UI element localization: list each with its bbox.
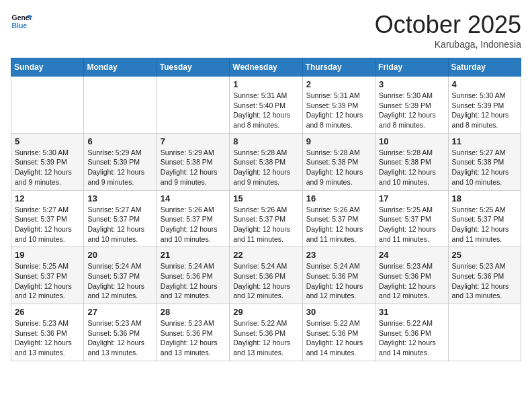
calendar-week-row: 5Sunrise: 5:30 AM Sunset: 5:39 PM Daylig… [11,133,521,190]
calendar-cell: 17Sunrise: 5:25 AM Sunset: 5:37 PM Dayli… [375,190,448,247]
day-info: Sunrise: 5:29 AM Sunset: 5:38 PM Dayligh… [161,148,226,187]
calendar-cell: 30Sunrise: 5:22 AM Sunset: 5:36 PM Dayli… [302,304,375,361]
day-info: Sunrise: 5:24 AM Sunset: 5:37 PM Dayligh… [87,261,152,301]
calendar-cell: 13Sunrise: 5:27 AM Sunset: 5:37 PM Dayli… [84,190,157,247]
logo: General Blue [11,11,32,32]
calendar-cell: 5Sunrise: 5:30 AM Sunset: 5:39 PM Daylig… [11,133,84,190]
day-info: Sunrise: 5:23 AM Sunset: 5:36 PM Dayligh… [379,261,444,301]
calendar-cell: 2Sunrise: 5:31 AM Sunset: 5:39 PM Daylig… [302,77,375,134]
day-number: 21 [161,250,226,260]
weekday-header: Thursday [302,58,375,77]
calendar-cell [157,77,229,134]
calendar-cell: 22Sunrise: 5:24 AM Sunset: 5:36 PM Dayli… [230,247,302,304]
day-info: Sunrise: 5:30 AM Sunset: 5:39 PM Dayligh… [379,91,444,130]
day-number: 24 [379,250,444,260]
calendar-cell: 21Sunrise: 5:24 AM Sunset: 5:36 PM Dayli… [157,247,229,304]
day-number: 17 [379,193,444,203]
day-info: Sunrise: 5:28 AM Sunset: 5:38 PM Dayligh… [233,148,298,187]
calendar-cell: 23Sunrise: 5:24 AM Sunset: 5:36 PM Dayli… [302,247,375,304]
day-info: Sunrise: 5:30 AM Sunset: 5:39 PM Dayligh… [15,148,80,187]
day-info: Sunrise: 5:25 AM Sunset: 5:37 PM Dayligh… [452,205,517,244]
day-number: 6 [87,136,152,146]
page-header: General Blue October 2025 Karubaga, Indo… [11,11,521,50]
day-number: 4 [452,79,517,89]
day-number: 31 [379,307,444,317]
day-number: 15 [233,193,298,203]
logo-icon: General Blue [11,11,32,32]
day-number: 9 [306,136,371,146]
day-number: 29 [233,307,298,317]
day-info: Sunrise: 5:28 AM Sunset: 5:38 PM Dayligh… [379,148,444,187]
day-number: 1 [233,79,298,89]
calendar-table: SundayMondayTuesdayWednesdayThursdayFrid… [11,58,521,361]
calendar-cell: 3Sunrise: 5:30 AM Sunset: 5:39 PM Daylig… [375,77,448,134]
day-info: Sunrise: 5:30 AM Sunset: 5:39 PM Dayligh… [452,91,517,130]
day-number: 23 [306,250,371,260]
day-number: 2 [306,79,371,89]
calendar-cell: 20Sunrise: 5:24 AM Sunset: 5:37 PM Dayli… [84,247,157,304]
title-block: October 2025 Karubaga, Indonesia [375,11,521,50]
calendar-cell: 14Sunrise: 5:26 AM Sunset: 5:37 PM Dayli… [157,190,229,247]
calendar-cell: 16Sunrise: 5:26 AM Sunset: 5:37 PM Dayli… [302,190,375,247]
weekday-header: Tuesday [157,58,229,77]
day-number: 19 [15,250,80,260]
day-info: Sunrise: 5:22 AM Sunset: 5:36 PM Dayligh… [233,318,298,358]
day-number: 10 [379,136,444,146]
calendar-cell: 8Sunrise: 5:28 AM Sunset: 5:38 PM Daylig… [230,133,302,190]
day-number: 25 [452,250,517,260]
day-info: Sunrise: 5:23 AM Sunset: 5:36 PM Dayligh… [15,318,80,358]
day-number: 3 [379,79,444,89]
day-info: Sunrise: 5:22 AM Sunset: 5:36 PM Dayligh… [306,318,371,358]
day-info: Sunrise: 5:27 AM Sunset: 5:38 PM Dayligh… [452,148,517,187]
day-info: Sunrise: 5:27 AM Sunset: 5:37 PM Dayligh… [87,205,152,244]
weekday-header: Saturday [448,58,521,77]
day-number: 7 [161,136,226,146]
calendar-cell: 6Sunrise: 5:29 AM Sunset: 5:39 PM Daylig… [84,133,157,190]
day-number: 13 [87,193,152,203]
day-info: Sunrise: 5:24 AM Sunset: 5:36 PM Dayligh… [306,261,371,301]
day-number: 18 [452,193,517,203]
day-number: 26 [15,307,80,317]
calendar-cell: 24Sunrise: 5:23 AM Sunset: 5:36 PM Dayli… [375,247,448,304]
day-info: Sunrise: 5:29 AM Sunset: 5:39 PM Dayligh… [87,148,152,187]
day-info: Sunrise: 5:22 AM Sunset: 5:36 PM Dayligh… [379,318,444,358]
day-number: 12 [15,193,80,203]
calendar-cell: 12Sunrise: 5:27 AM Sunset: 5:37 PM Dayli… [11,190,84,247]
calendar-cell: 19Sunrise: 5:25 AM Sunset: 5:37 PM Dayli… [11,247,84,304]
day-info: Sunrise: 5:23 AM Sunset: 5:36 PM Dayligh… [87,318,152,358]
calendar-cell: 29Sunrise: 5:22 AM Sunset: 5:36 PM Dayli… [230,304,302,361]
calendar-cell: 10Sunrise: 5:28 AM Sunset: 5:38 PM Dayli… [375,133,448,190]
day-number: 28 [161,307,226,317]
calendar-week-row: 1Sunrise: 5:31 AM Sunset: 5:40 PM Daylig… [11,77,521,134]
calendar-cell [84,77,157,134]
day-number: 14 [161,193,226,203]
calendar-cell [11,77,84,134]
day-info: Sunrise: 5:26 AM Sunset: 5:37 PM Dayligh… [306,205,371,244]
day-info: Sunrise: 5:23 AM Sunset: 5:36 PM Dayligh… [161,318,226,358]
weekday-header: Friday [375,58,448,77]
calendar-week-row: 19Sunrise: 5:25 AM Sunset: 5:37 PM Dayli… [11,247,521,304]
day-number: 16 [306,193,371,203]
day-info: Sunrise: 5:26 AM Sunset: 5:37 PM Dayligh… [233,205,298,244]
calendar-week-row: 12Sunrise: 5:27 AM Sunset: 5:37 PM Dayli… [11,190,521,247]
calendar-cell: 28Sunrise: 5:23 AM Sunset: 5:36 PM Dayli… [157,304,229,361]
day-info: Sunrise: 5:23 AM Sunset: 5:36 PM Dayligh… [452,261,517,301]
day-info: Sunrise: 5:28 AM Sunset: 5:38 PM Dayligh… [306,148,371,187]
weekday-header: Monday [84,58,157,77]
calendar-cell: 11Sunrise: 5:27 AM Sunset: 5:38 PM Dayli… [448,133,521,190]
day-number: 5 [15,136,80,146]
calendar-cell: 31Sunrise: 5:22 AM Sunset: 5:36 PM Dayli… [375,304,448,361]
day-info: Sunrise: 5:24 AM Sunset: 5:36 PM Dayligh… [161,261,226,301]
calendar-cell: 27Sunrise: 5:23 AM Sunset: 5:36 PM Dayli… [84,304,157,361]
day-info: Sunrise: 5:25 AM Sunset: 5:37 PM Dayligh… [379,205,444,244]
weekday-header: Wednesday [230,58,302,77]
day-number: 20 [87,250,152,260]
day-info: Sunrise: 5:24 AM Sunset: 5:36 PM Dayligh… [233,261,298,301]
day-info: Sunrise: 5:26 AM Sunset: 5:37 PM Dayligh… [161,205,226,244]
calendar-cell: 18Sunrise: 5:25 AM Sunset: 5:37 PM Dayli… [448,190,521,247]
day-number: 27 [87,307,152,317]
day-number: 30 [306,307,371,317]
calendar-cell: 1Sunrise: 5:31 AM Sunset: 5:40 PM Daylig… [230,77,302,134]
calendar-cell: 7Sunrise: 5:29 AM Sunset: 5:38 PM Daylig… [157,133,229,190]
day-info: Sunrise: 5:25 AM Sunset: 5:37 PM Dayligh… [15,261,80,301]
